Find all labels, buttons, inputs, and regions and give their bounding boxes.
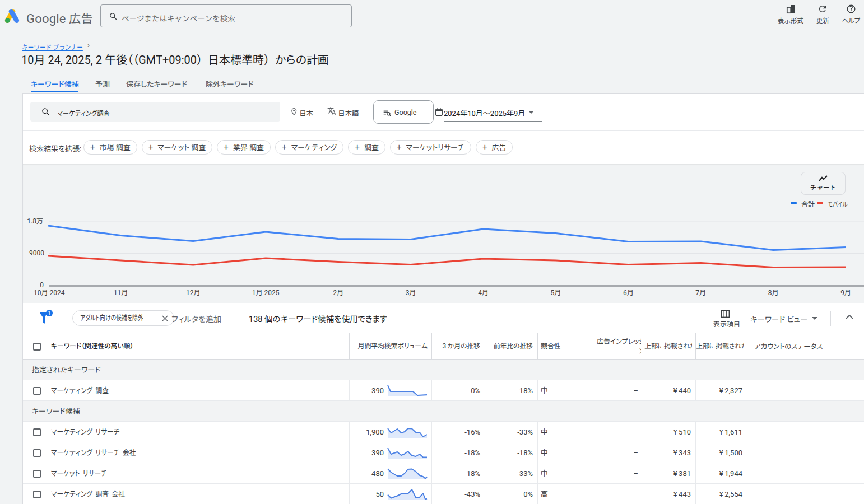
svg-text:2月: 2月 — [333, 289, 343, 297]
svg-text:1月 2025: 1月 2025 — [252, 289, 280, 297]
svg-text:4月: 4月 — [478, 289, 489, 297]
svg-text:9000: 9000 — [29, 249, 44, 257]
svg-text:11月: 11月 — [114, 289, 128, 297]
svg-text:12月: 12月 — [186, 289, 201, 297]
svg-text:8月: 8月 — [768, 289, 779, 297]
svg-text:7月: 7月 — [695, 289, 706, 297]
svg-text:3月: 3月 — [406, 289, 416, 297]
svg-text:1.8万: 1.8万 — [27, 217, 43, 225]
svg-text:6月: 6月 — [623, 289, 634, 297]
svg-text:5月: 5月 — [551, 289, 561, 297]
svg-text:9月: 9月 — [840, 289, 851, 297]
svg-text:0: 0 — [40, 281, 44, 289]
svg-text:10月 2024: 10月 2024 — [34, 289, 65, 297]
